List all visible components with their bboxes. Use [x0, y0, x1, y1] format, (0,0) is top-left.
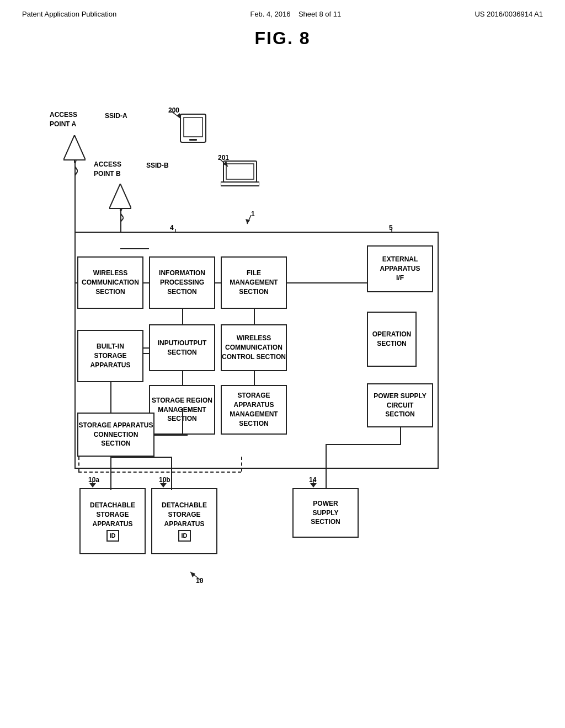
svg-marker-39	[89, 483, 96, 488]
antenna-b-zigzag	[120, 208, 124, 222]
access-point-a-label: ACCESSPOINT A	[50, 110, 77, 129]
h-line-1	[143, 282, 149, 283]
ref-1-arrow	[246, 215, 257, 226]
h-small-1	[143, 347, 149, 349]
laptop-icon	[221, 160, 259, 188]
v-line-builtin	[110, 382, 111, 413]
svg-rect-5	[184, 117, 202, 137]
fig-title: FIG. 8	[0, 28, 565, 49]
wireless-comm-box: WIRELESSCOMMUNICATIONSECTION	[77, 256, 143, 309]
file-management-box: FILEMANAGEMENTSECTION	[221, 256, 287, 309]
power-supply-circuit-box: POWER SUPPLYCIRCUITSECTION	[367, 383, 433, 427]
detachable-10b-box: DETACHABLESTORAGEAPPARATUS ID	[151, 488, 217, 554]
h-line-conn	[154, 435, 188, 436]
svg-marker-0	[63, 135, 86, 160]
header-center: Feb. 4, 2016 Sheet 8 of 11	[250, 10, 341, 18]
antenna-a-zigzag	[74, 160, 78, 176]
dashed-v-line-left	[78, 457, 79, 472]
dashed-v-line-right	[241, 457, 242, 472]
storage-app-mgmt-box: STORAGE APPARATUSMANAGEMENTSECTION	[221, 385, 287, 435]
diagram: ACCESSPOINT A SSID-A 200 ACCESSPOINT B	[33, 55, 530, 706]
svg-rect-13	[221, 182, 259, 186]
v-line-mid-1	[182, 309, 183, 324]
header-left: Patent Application Publication	[22, 10, 116, 18]
ssid-a-label: SSID-A	[105, 111, 127, 121]
ref-10-arrow	[188, 571, 204, 582]
page: Patent Application Publication Feb. 4, 2…	[0, 0, 565, 728]
ssid-b-label: SSID-B	[146, 161, 169, 170]
v-line-ant-a	[74, 248, 76, 256]
detachable-10a-box: DETACHABLESTORAGEAPPARATUS ID	[79, 488, 146, 554]
svg-rect-12	[226, 164, 254, 179]
wireless-comm-ctrl-box: WIRELESSCOMMUNICATIONCONTROL SECTION	[221, 324, 287, 371]
v-line-det-right	[171, 457, 172, 490]
info-processing-box: INFORMATIONPROCESSINGSECTION	[149, 256, 215, 309]
h-line-2	[215, 282, 221, 283]
antenna-a-icon	[63, 135, 86, 163]
access-point-b-label: ACCESSPOINT B	[94, 160, 121, 179]
builtin-storage-box: BUILT-INSTORAGEAPPARATUS	[77, 330, 143, 382]
storage-app-conn-box: STORAGE APPARATUSCONNECTIONSECTION	[77, 413, 154, 457]
v-line-mid-4	[254, 371, 255, 385]
id-badge-10b: ID	[178, 530, 191, 542]
v-line-mid-2	[254, 309, 255, 324]
v-line-up-conn	[182, 408, 183, 435]
h-line-3	[287, 282, 367, 283]
antenna-b-icon	[109, 184, 131, 211]
h-small-2	[143, 353, 149, 354]
svg-marker-7	[109, 184, 131, 208]
h-line-pwr	[326, 444, 401, 445]
header-right: US 2016/0036914 A1	[475, 10, 543, 18]
h-line-det-conn	[110, 457, 171, 458]
v-line-pwr	[400, 427, 401, 444]
v-line-det-left	[110, 457, 111, 490]
header: Patent Application Publication Feb. 4, 2…	[0, 0, 565, 18]
dashed-h-line	[78, 472, 241, 473]
v-line-mid-3	[182, 371, 183, 385]
svg-marker-41	[160, 483, 167, 488]
h-left-1	[74, 282, 77, 283]
id-badge-10a: ID	[106, 530, 119, 542]
v-line-pwr2	[326, 444, 327, 488]
external-apparatus-box: EXTERNALAPPARATUSI/F	[367, 245, 433, 292]
tablet-icon	[179, 113, 207, 143]
svg-marker-43	[310, 483, 317, 488]
svg-marker-45	[190, 572, 195, 577]
power-supply-box: POWERSUPPLYSECTION	[292, 488, 359, 538]
input-output-box: INPUT/OUTPUTSECTION	[149, 324, 215, 371]
svg-rect-4	[180, 114, 206, 142]
operation-section-box: OPERATIONSECTION	[367, 312, 417, 367]
svg-rect-6	[189, 139, 197, 141]
h-ant-b-to-ctrl	[120, 248, 149, 249]
